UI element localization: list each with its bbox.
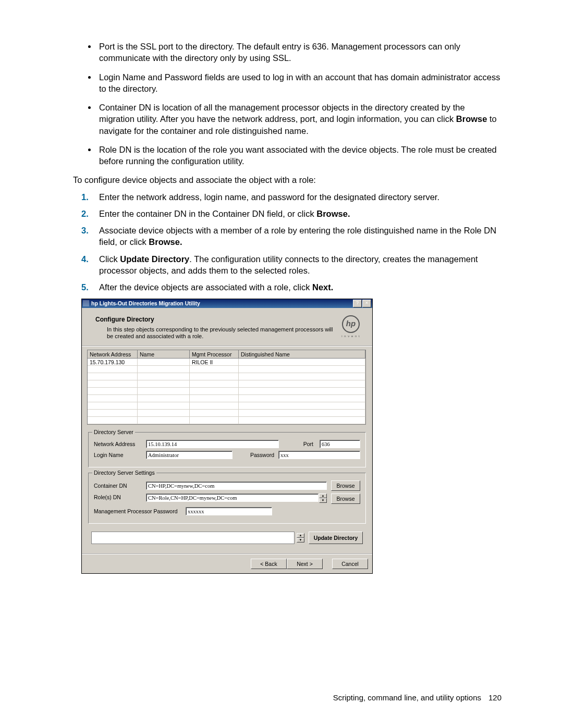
step: After the device objects are associated …	[73, 281, 501, 293]
roles-spin[interactable]: ▲ ▼	[319, 493, 327, 503]
svg-rect-0	[83, 300, 89, 306]
bullet: Role DN is the location of the role you …	[97, 144, 501, 167]
footer: Scripting, command line, and utility opt…	[333, 693, 501, 703]
window-title: hp Lights-Out Directories Migration Util…	[91, 300, 200, 307]
password-input[interactable]	[278, 451, 360, 459]
steps-list: Enter the network address, login name, a…	[73, 191, 501, 293]
intro-bullets: Port is the SSL port to the directory. T…	[73, 41, 501, 167]
processors-table[interactable]: Network Address Name Mgmt Processor Dist…	[87, 350, 366, 425]
label-roles-dn: Role(s) DN	[94, 493, 146, 501]
label-login-name: Login Name	[94, 451, 146, 459]
titlebar[interactable]: hp Lights-Out Directories Migration Util…	[82, 299, 372, 308]
col-dn[interactable]: Distinguished Name	[239, 350, 365, 359]
back-button[interactable]: < Back	[251, 559, 287, 569]
app-icon	[83, 300, 89, 306]
browse-container-button[interactable]: Browse	[331, 480, 360, 491]
step: Click Update Directory. The configuratio…	[73, 253, 501, 277]
wizard-header: Configure Directory In this step objects…	[82, 308, 372, 347]
chevron-down-icon[interactable]: ▼	[319, 498, 327, 503]
network-address-input[interactable]	[146, 440, 279, 448]
label-password: Password	[250, 451, 274, 459]
col-network-address[interactable]: Network Address	[88, 350, 138, 359]
label-container-dn: Container DN	[94, 482, 146, 489]
label-port: Port	[303, 440, 313, 448]
col-name[interactable]: Name	[138, 350, 190, 359]
status-log[interactable]	[91, 532, 295, 544]
directory-server-settings-group: Directory Server Settings Container DN B…	[88, 473, 366, 524]
chevron-up-icon[interactable]: ▲	[297, 533, 304, 538]
login-name-input[interactable]	[146, 451, 232, 459]
steps-intro: To configure device objects and associat…	[73, 174, 501, 186]
bullet: Login Name and Password fields are used …	[97, 71, 501, 95]
wizard-nav: < Back Next > Cancel	[82, 553, 372, 573]
help-button[interactable]: ?	[353, 300, 362, 307]
migration-utility-window: hp Lights-Out Directories Migration Util…	[81, 299, 373, 574]
next-button[interactable]: Next >	[287, 559, 323, 569]
chevron-up-icon[interactable]: ▲	[319, 493, 327, 498]
browse-roles-button[interactable]: Browse	[331, 493, 360, 504]
update-directory-button[interactable]: Update Directory	[309, 532, 363, 544]
container-dn-input[interactable]	[146, 482, 327, 490]
step: Associate device objects with a member o…	[73, 225, 501, 248]
col-mgmt-processor[interactable]: Mgmt Processor	[190, 350, 239, 359]
bullet: Container DN is location of all the mana…	[97, 102, 501, 137]
hp-logo: hp i n v e n t	[340, 315, 362, 338]
label-network-address: Network Address	[94, 440, 146, 448]
page-title: Configure Directory	[95, 315, 340, 324]
close-button[interactable]: ×	[362, 300, 371, 307]
label-mp-password: Management Processor Password	[94, 508, 186, 515]
bullet: Port is the SSL port to the directory. T…	[97, 41, 501, 64]
mp-password-input[interactable]	[186, 507, 272, 515]
directory-server-group: Directory Server Network Address Port Lo…	[88, 432, 366, 467]
page-subtitle: In this step objects corresponding to th…	[95, 326, 340, 341]
step: Enter the container DN in the Container …	[73, 208, 501, 219]
roles-dn-input[interactable]	[146, 493, 319, 502]
port-input[interactable]	[320, 440, 360, 448]
table-row[interactable]: 15.70.179.130 RILOE II	[88, 359, 365, 366]
log-spin[interactable]: ▲ ▼	[297, 533, 304, 542]
cancel-button[interactable]: Cancel	[332, 559, 368, 569]
chevron-down-icon[interactable]: ▼	[297, 538, 304, 542]
step: Enter the network address, login name, a…	[73, 191, 501, 203]
